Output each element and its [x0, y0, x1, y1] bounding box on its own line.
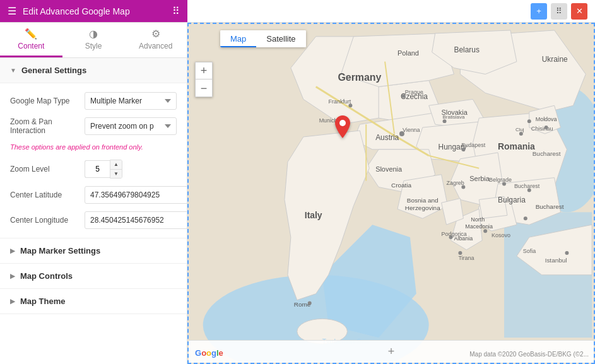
svg-point-88	[565, 251, 568, 255]
left-panel: ✏️ Content ◑ Style ⚙ Advanced ▼ General …	[0, 23, 187, 364]
map-type-select[interactable]: Multiple Marker Single Marker Route	[85, 92, 177, 110]
map-theme-header[interactable]: ▶ Map Theme	[0, 289, 187, 314]
zoom-up-button[interactable]: ▲	[110, 160, 122, 169]
general-settings-header[interactable]: ▼ General Settings	[0, 58, 187, 83]
map-type-buttons: Map Satellite	[220, 30, 306, 47]
grid-icon[interactable]: ⠿	[172, 5, 180, 17]
zoom-level-input[interactable]	[85, 160, 110, 178]
map-controls-arrow: ▶	[10, 273, 15, 279]
zoom-down-button[interactable]: ▼	[110, 169, 122, 178]
top-bar-right: + ⠿ ✕	[187, 3, 595, 20]
svg-text:Italy: Italy	[305, 210, 322, 220]
tab-content-label: Content	[18, 42, 44, 50]
svg-text:Tirana: Tirana	[458, 255, 474, 261]
content-tab-icon: ✏️	[25, 28, 37, 40]
svg-text:Zagreb: Zagreb	[447, 180, 464, 186]
svg-text:Germany: Germany	[338, 72, 381, 83]
add-button[interactable]: +	[531, 3, 547, 20]
advanced-tab-icon: ⚙	[151, 28, 160, 40]
svg-point-75	[308, 302, 312, 305]
svg-text:Bosnia and: Bosnia and	[407, 197, 439, 204]
svg-text:Belarus: Belarus	[454, 45, 479, 54]
map-controls-header[interactable]: ▶ Map Controls	[0, 264, 187, 289]
top-bar: ☰ Edit Advanced Google Map ⠿ + ⠿ ✕	[0, 0, 595, 23]
svg-point-86	[527, 119, 531, 123]
svg-point-85	[545, 126, 548, 129]
close-button[interactable]: ✕	[571, 3, 587, 20]
svg-text:Bratislava: Bratislava	[443, 114, 465, 120]
style-tab-icon: ◑	[89, 28, 98, 40]
svg-text:Bucharest: Bucharest	[536, 203, 564, 210]
map-type-label: Google Map Type	[10, 97, 80, 105]
tab-advanced-label: Advanced	[139, 42, 172, 50]
map-zoom-out-button[interactable]: −	[195, 79, 213, 97]
center-lon-row: Center Longitude	[10, 211, 177, 229]
svg-text:North: North	[471, 216, 485, 223]
tab-content[interactable]: ✏️ Content	[0, 23, 62, 57]
svg-point-83	[524, 216, 527, 220]
map-zoom-controls: + −	[195, 62, 213, 97]
map-background: Germany Czechia Austria Slovakia Hungary…	[189, 24, 594, 363]
tabs-bar: ✏️ Content ◑ Style ⚙ Advanced	[0, 23, 187, 58]
map-marker-arrow: ▶	[10, 247, 15, 254]
svg-text:Bulgaria: Bulgaria	[498, 196, 526, 204]
zoom-level-row: Zoom Level ▲ ▼	[10, 160, 177, 179]
svg-text:Austria: Austria	[375, 133, 399, 142]
svg-text:Macedonia: Macedonia	[465, 223, 493, 230]
svg-text:Bucharest: Bucharest	[533, 150, 561, 157]
map-marker	[335, 115, 350, 143]
svg-text:Romania: Romania	[498, 141, 535, 151]
main-layout: ✏️ Content ◑ Style ⚙ Advanced ▼ General …	[0, 23, 595, 364]
center-lat-label: Center Latitude	[10, 191, 80, 199]
map-type-map-button[interactable]: Map	[220, 30, 256, 47]
hint-text: These options are applied on frontend on…	[10, 143, 177, 152]
zoom-pan-select[interactable]: Prevent zoom on p Allow zoom on scroll	[85, 117, 177, 135]
svg-text:Croatia: Croatia	[391, 182, 412, 189]
tab-style-label: Style	[85, 42, 102, 50]
zoom-pan-row: Zoom & Pan Interaction Prevent zoom on p…	[10, 117, 177, 135]
map-theme-label: Map Theme	[20, 296, 66, 306]
svg-text:Serbia: Serbia	[469, 175, 490, 182]
svg-text:Ukraine: Ukraine	[542, 55, 568, 64]
panel-content: ▼ General Settings Google Map Type Multi…	[0, 58, 187, 364]
general-settings-arrow: ▼	[10, 67, 16, 74]
map-data-notice: Map data ©2020 GeoBasis-DE/BKG (©2...	[469, 351, 589, 358]
zoom-spinners: ▲ ▼	[110, 160, 122, 179]
svg-text:Prague: Prague	[405, 89, 423, 95]
svg-text:Podgorica: Podgorica	[442, 231, 467, 237]
top-bar-left: ☰ Edit Advanced Google Map ⠿	[0, 0, 187, 22]
center-lat-input[interactable]	[85, 186, 187, 204]
svg-text:Budapest: Budapest	[461, 142, 485, 148]
map-controls-label: Map Controls	[20, 271, 73, 281]
hamburger-icon[interactable]: ☰	[8, 5, 16, 17]
svg-text:Chisinau: Chisinau	[531, 126, 553, 132]
tab-style[interactable]: ◑ Style	[62, 23, 125, 57]
map-marker-label: Map Marker Settings	[20, 246, 100, 255]
svg-text:Bucharest: Bucharest	[514, 183, 540, 189]
svg-text:Belgrade: Belgrade	[489, 177, 512, 183]
svg-point-90	[339, 120, 346, 126]
svg-text:Cluj: Cluj	[515, 127, 524, 132]
page-title: Edit Advanced Google Map	[23, 6, 130, 16]
svg-text:Poland: Poland	[398, 49, 419, 57]
center-lon-label: Center Longitude	[10, 216, 80, 225]
svg-text:Kosovo: Kosovo	[492, 232, 510, 238]
map-marker-settings-header[interactable]: ▶ Map Marker Settings	[0, 238, 187, 264]
zoom-pan-label: Zoom & Pan Interaction	[10, 117, 80, 135]
map-type-satellite-button[interactable]: Satellite	[256, 30, 305, 47]
svg-text:Moldova: Moldova	[536, 116, 557, 122]
center-lon-input[interactable]	[85, 211, 187, 229]
tab-advanced[interactable]: ⚙ Advanced	[124, 23, 187, 57]
google-logo: Google	[195, 348, 223, 358]
svg-text:Sofia: Sofia	[523, 248, 536, 254]
svg-point-81	[483, 229, 487, 233]
svg-text:Frankfurt: Frankfurt	[329, 98, 351, 105]
general-settings-form: Google Map Type Multiple Marker Single M…	[0, 83, 187, 238]
map-zoom-in-button[interactable]: +	[195, 62, 213, 79]
zoom-level-label: Zoom Level	[10, 165, 80, 173]
svg-text:Vienna: Vienna	[403, 127, 420, 133]
map-type-row: Google Map Type Multiple Marker Single M…	[10, 92, 177, 110]
map-theme-arrow: ▶	[10, 298, 15, 305]
grid-button[interactable]: ⠿	[551, 3, 567, 20]
center-lat-row: Center Latitude	[10, 186, 177, 204]
